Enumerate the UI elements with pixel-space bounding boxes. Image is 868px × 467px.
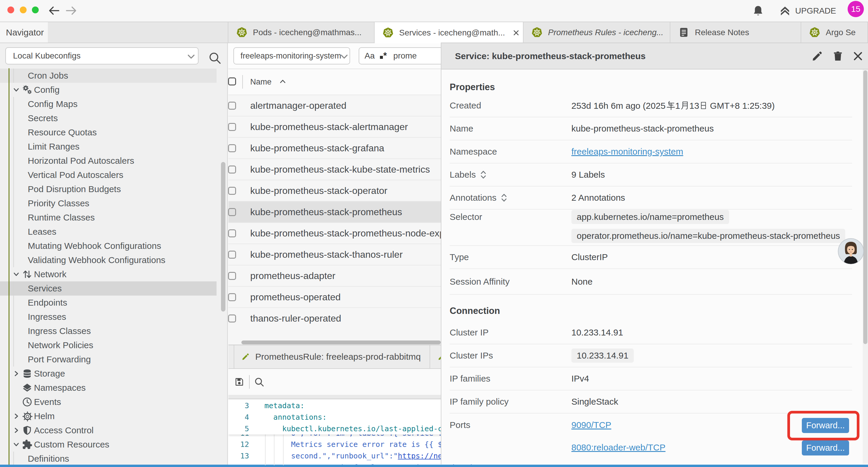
tab-pods-icecheng-mathmas[interactable]: Pods - icecheng@mathmas... [228,22,375,42]
port-link-8080[interactable]: 8080:reloader-web/TCP [571,442,665,453]
sidebar-item-horizontal-pod-autoscalers[interactable]: Horizontal Pod Autoscalers [0,154,217,168]
sidebar-item-definitions[interactable]: Definitions [0,451,217,465]
search-icon[interactable] [208,51,222,66]
sidebar-item-network-policies[interactable]: Network Policies [0,338,217,352]
row-checkbox[interactable] [228,123,236,131]
sidebar-item-storage[interactable]: Storage [0,367,217,381]
sidebar-item-resource-quotas[interactable]: Resource Quotas [0,125,217,140]
sidebar-item-namespaces[interactable]: Namespaces [0,381,217,395]
tab-release-notes[interactable]: Release Notes [670,22,801,42]
tab-label: Prometheus Rules - icecheng... [548,28,663,37]
tab-prometheus-rules-icecheng[interactable]: Prometheus Rules - icecheng... [524,22,670,42]
sort-ascending-icon[interactable] [279,79,286,84]
dock-tab-prometheusrule[interactable]: PrometheusRule: freeleaps-prod-rabbitmq [234,345,430,368]
notifications-bell-icon[interactable] [752,4,764,18]
row-checkbox[interactable] [228,102,236,110]
row-checkbox[interactable] [228,208,236,216]
row-checkbox[interactable] [228,166,236,174]
row-checkbox[interactable] [228,315,236,322]
drawer-row-value: 9 Labels [571,170,605,180]
kubernetes-logo-icon [809,27,820,38]
sidebar-item-cron-jobs[interactable]: Cron Jobs [0,68,217,83]
row-checkbox[interactable] [228,293,236,301]
row-checkbox[interactable] [228,272,236,280]
sidebar-item-label: Resource Quotas [28,127,97,138]
chevron-down-icon[interactable] [12,86,20,94]
namespace-select[interactable]: freeleaps-monitoring-system [234,47,350,64]
notification-count-badge[interactable]: 15 [848,1,864,17]
sidebar-item-services[interactable]: Services [0,282,217,296]
namespace-link[interactable]: freeleaps-monitoring-system [571,147,683,157]
namespace-select-value: freeleaps-monitoring-system [241,52,341,61]
row-checkbox[interactable] [228,229,236,237]
tab-argo-se[interactable]: Argo Se [801,22,868,42]
sidebar-item-endpoints[interactable]: Endpoints [0,296,217,310]
tab-label: Pods - icecheng@mathmas... [253,28,362,37]
layers-icon [22,382,32,393]
sidebar-item-custom-resources[interactable]: Custom Resources [0,437,217,451]
window-zoom-button[interactable] [32,6,39,13]
sidebar-item-mutating-webhook-configurations[interactable]: Mutating Webhook Configurations [0,239,217,253]
table-horizontal-scrollbar[interactable] [241,341,441,344]
expand-toggle-icon[interactable] [480,170,487,179]
chevron-right-icon[interactable] [12,412,20,420]
sidebar-item-vertical-pod-autoscalers[interactable]: Vertical Pod Autoscalers [0,168,217,182]
tab-services-icecheng-math[interactable]: Services - icecheng@math... [375,22,524,43]
sidebar-item-label: Port Forwarding [28,354,91,364]
row-checkbox[interactable] [228,144,236,152]
sidebar-item-label: Priority Classes [28,198,89,208]
sidebar-item-access-control[interactable]: Access Control [0,423,217,437]
drawer-row-namespace: Namespace freeleaps-monitoring-system [450,140,852,164]
sidebar-item-helm[interactable]: Helm [0,409,217,423]
window-close-button[interactable] [7,6,14,13]
edit-pencil-icon[interactable] [811,50,823,62]
upgrade-label: UPGRADE [795,6,836,16]
upgrade-button[interactable]: UPGRADE [779,0,836,22]
user-avatar[interactable] [838,238,864,264]
sidebar-item-label: Config [34,85,60,95]
sidebar-item-events[interactable]: Events [0,395,217,409]
sidebar-item-ingress-classes[interactable]: Ingress Classes [0,324,217,338]
row-checkbox[interactable] [228,251,236,259]
forward-button-8080[interactable]: Forward... [802,440,849,456]
delete-trash-icon[interactable] [832,50,844,62]
chevron-down-icon[interactable] [12,270,20,278]
indent-guide [283,435,284,465]
sidebar-item-config[interactable]: Config [0,83,217,97]
sidebar-item-label: Custom Resources [34,439,109,449]
expand-toggle-icon[interactable] [500,193,507,202]
chevron-down-icon[interactable] [12,441,20,448]
forward-arrow-icon[interactable] [65,4,77,17]
kubeconfig-select[interactable]: Local Kubeconfigs [5,47,198,64]
editor-search-icon[interactable] [254,377,265,388]
sidebar-item-runtime-classes[interactable]: Runtime Classes [0,210,217,225]
sidebar-item-ingresses[interactable]: Ingresses [0,310,217,324]
sidebar-item-limit-ranges[interactable]: Limit Ranges [0,140,217,154]
sidebar-item-pod-disruption-budgets[interactable]: Pod Disruption Budgets [0,182,217,196]
sidebar-item-leases[interactable]: Leases [0,225,217,239]
drawer-scrollbar[interactable] [863,70,867,344]
select-all-checkbox[interactable] [228,78,236,85]
window-minimize-button[interactable] [20,6,27,13]
back-arrow-icon[interactable] [48,4,60,17]
sidebar-item-port-forwarding[interactable]: Port Forwarding [0,352,217,367]
sidebar-item-network[interactable]: Network [0,267,217,282]
row-checkbox[interactable] [228,187,236,195]
name-column-header[interactable]: Name [250,78,272,87]
chevron-right-icon[interactable] [12,427,20,434]
lens-app-window: UPGRADE 15 Navigator Pods - icecheng@mat… [0,0,868,467]
sidebar-item-config-maps[interactable]: Config Maps [0,97,217,111]
sidebar-item-secrets[interactable]: Secrets [0,111,217,125]
service-name-cell: thanos-ruler-operated [250,313,341,324]
close-icon[interactable] [852,50,864,62]
port-link-9090[interactable]: 9090/TCP [571,420,611,430]
regex-icon[interactable]: * [380,51,387,61]
match-case-icon[interactable]: Aa [365,51,375,61]
sidebar-item-validating-webhook-configurations[interactable]: Validating Webhook Configurations [0,253,217,267]
chevron-right-icon[interactable] [12,370,20,377]
sidebar-scrollbar[interactable] [221,162,225,312]
save-icon[interactable] [234,377,244,387]
sidebar-item-label: Access Control [34,425,94,435]
tab-close-icon[interactable] [512,29,520,37]
sidebar-item-priority-classes[interactable]: Priority Classes [0,196,217,210]
